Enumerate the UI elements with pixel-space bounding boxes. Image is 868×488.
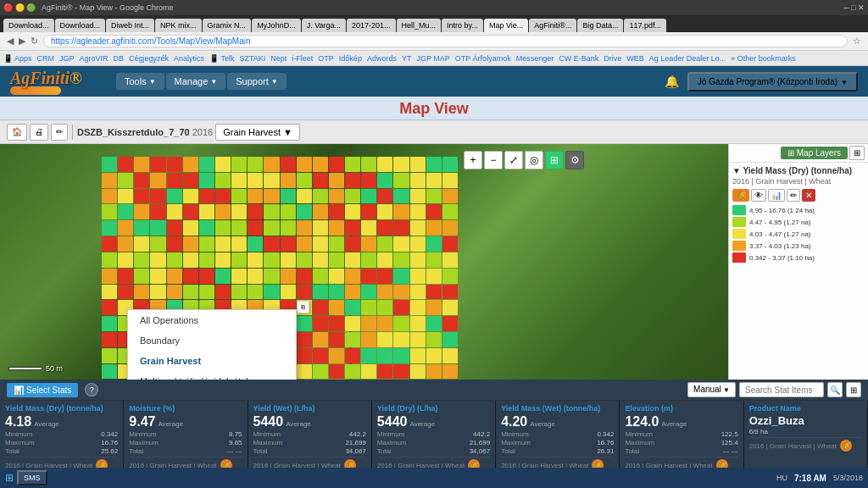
taskbar-sms[interactable]: SMS: [17, 470, 47, 485]
bookmark-cwbank[interactable]: CW E-Bank: [559, 54, 598, 63]
toolbar-edit-btn[interactable]: ✏: [51, 124, 68, 141]
bookmark-otp[interactable]: OTP: [318, 54, 334, 63]
toolbar-home-btn[interactable]: 🏠: [7, 124, 27, 141]
tab-10[interactable]: Intro by...: [442, 19, 483, 32]
dropdown-item-all-ops[interactable]: All Operations: [128, 310, 296, 330]
dropdown-item-multispectral[interactable]: Multispektrális légi felvétel: [128, 371, 296, 380]
bookmark-adwords[interactable]: Adwords: [367, 54, 397, 63]
bookmark-jgpmap[interactable]: JGP MAP: [416, 54, 449, 63]
bookmark-nept[interactable]: Nept: [270, 54, 287, 63]
stats-info-btn[interactable]: ?: [85, 383, 98, 396]
bookmark-jgp[interactable]: JGP: [59, 54, 75, 63]
nav-refresh[interactable]: ↻: [31, 36, 38, 47]
app-nav: AgFiniti® Tools Manage Support 🔔 Jó Gazd…: [0, 66, 868, 97]
bookmark-crm[interactable]: CRM: [37, 54, 55, 63]
tab-8[interactable]: 2017-201...: [347, 19, 396, 32]
tab-agfiniti[interactable]: AgFiniti®...: [529, 19, 576, 32]
url-bar[interactable]: https://agleader.agfiniti.com/Tools/MapV…: [43, 35, 848, 47]
tab-7[interactable]: J. Varga...: [302, 19, 346, 32]
bookmark-drive[interactable]: Drive: [604, 54, 621, 63]
bookmark-sztaki[interactable]: SZTAKI: [239, 54, 265, 63]
tab-6[interactable]: MyJohnD...: [252, 19, 301, 32]
taskbar-date: 5/3/2018: [833, 474, 863, 482]
map-layers-toggle-btn[interactable]: ⊞: [545, 151, 564, 169]
bookmark-analytics[interactable]: Analytics: [174, 54, 204, 63]
stat-card-3-icon: 🌾: [344, 459, 356, 468]
legend-item-1: 4.95 - 16.76 (1.24 ha): [732, 205, 865, 215]
legend-eye-btn[interactable]: 👁: [751, 189, 766, 202]
map-fullscreen-btn[interactable]: ⤢: [504, 151, 523, 169]
window-controls[interactable]: ─ □ ✕: [843, 3, 865, 12]
bookmark-otp2[interactable]: OTP Árfolyamok: [455, 54, 511, 63]
taskbar-right: HU 7:18 AM 5/3/2018: [776, 474, 863, 483]
tab-2[interactable]: Download...: [55, 19, 106, 32]
stat-card-6-value: 124.0: [625, 414, 659, 430]
bookmark-star[interactable]: ☆: [853, 36, 861, 47]
dropdown-item-grain-harvest[interactable]: Grain Harvest: [128, 351, 296, 371]
support-menu-btn[interactable]: Support: [227, 73, 286, 90]
layer-dropdown-btn[interactable]: Grain Harvest ▼: [215, 124, 300, 141]
stat-card-6-footer: 2016 | Grain Harvest | Wheat 🌾: [625, 457, 737, 468]
search-stats-btn[interactable]: 🔍: [827, 382, 843, 397]
map-location-btn[interactable]: ◎: [525, 151, 543, 169]
stats-cards: Yield Mass (Dry) (tonne/ha) 4.18 Average…: [0, 400, 868, 468]
notification-bell-icon[interactable]: 🔔: [665, 75, 679, 88]
bookmark-idokep[interactable]: Időkép: [339, 54, 362, 63]
nav-back[interactable]: ◀: [7, 36, 14, 47]
bookmark-messenger[interactable]: Messenger: [516, 54, 554, 63]
tab-5[interactable]: Gramix N...: [203, 19, 252, 32]
bookmark-agrovir[interactable]: AgroVIR: [80, 54, 108, 63]
stat-card-yield-wet-lha: Yield (Wet) (L/ha) 5440 Average Minimum …: [248, 401, 372, 468]
map-zoom-out-btn[interactable]: −: [484, 151, 503, 169]
tab-pdf[interactable]: 117.pdf...: [624, 19, 666, 32]
tab-mapview[interactable]: Map Vie...: [484, 19, 528, 32]
stat-card-3-label: Average: [286, 420, 311, 428]
map-marker: B: [297, 301, 309, 313]
tools-menu-btn[interactable]: Tools: [116, 73, 164, 90]
bookmark-db[interactable]: DB: [114, 54, 125, 63]
toolbar-print-btn[interactable]: 🖨: [30, 124, 48, 141]
legend-close-btn[interactable]: ✕: [802, 189, 815, 202]
tab-3[interactable]: Diweb Int...: [106, 19, 154, 32]
bookmark-apps[interactable]: 📱 Apps: [3, 54, 32, 63]
stat-card-moisture: Moisture (%) 9.47 Average Minimum 8.75 M…: [124, 401, 248, 468]
bookmark-web[interactable]: WEB: [626, 54, 644, 63]
legend-chart-btn[interactable]: 📊: [768, 189, 785, 202]
stat-card-3-title: Yield (Wet) (L/ha): [253, 404, 366, 413]
user-menu-btn[interactable]: Jó Gazda Program® (Központi Iroda): [687, 72, 858, 92]
layer-dropdown-label: Grain Harvest: [223, 127, 281, 137]
title-bar-text: 🔴 🟡 🟢 AgFiniti® - Map View - Google Chro…: [3, 3, 174, 12]
app-container: AgFiniti® Tools Manage Support 🔔 Jó Gazd…: [0, 66, 868, 488]
tab-bigdata[interactable]: Big Data...: [577, 19, 623, 32]
legend-wheat-icon[interactable]: 🌾: [732, 189, 749, 202]
tab-4[interactable]: NPK mix...: [155, 19, 202, 32]
address-bar[interactable]: ◀ ▶ ↻ https://agleader.agfiniti.com/Tool…: [0, 32, 868, 51]
bookmark-ifleet[interactable]: i-Fleet: [292, 54, 313, 63]
layer-dropdown-menu[interactable]: All Operations Boundary Grain Harvest Mu…: [127, 309, 297, 380]
manual-dropdown-btn[interactable]: Manual: [687, 382, 736, 397]
manage-menu-btn[interactable]: Manage: [166, 73, 226, 90]
legend-edit-btn[interactable]: ✏: [787, 189, 800, 202]
map-settings-btn[interactable]: ⚙: [565, 151, 584, 169]
nav-menu: Tools Manage Support: [116, 73, 287, 90]
panel-grid-btn[interactable]: ⊞: [849, 146, 865, 160]
tab-9[interactable]: Hell_Mu...: [397, 19, 442, 32]
dropdown-item-boundary[interactable]: Boundary: [128, 330, 296, 351]
bookmark-agleader[interactable]: Ag Leader Dealer Lo...: [649, 54, 726, 63]
bookmark-ceg[interactable]: Cégjegyzék: [129, 54, 169, 63]
map-layers-btn[interactable]: ⊞ Map Layers: [781, 147, 848, 159]
tab-1[interactable]: Download...: [3, 19, 54, 32]
stat-card-1-min-row: Minimum 0.342: [5, 430, 118, 438]
map-zoom-in-btn[interactable]: +: [464, 151, 482, 169]
taskbar-windows-btn[interactable]: ⊞: [5, 472, 14, 484]
bookmark-yt[interactable]: YT: [402, 54, 412, 63]
nav-forward[interactable]: ▶: [19, 36, 25, 47]
select-stats-btn[interactable]: 📊 Select Stats: [7, 383, 78, 397]
bookmark-other[interactable]: » Other bookmarks: [731, 54, 796, 63]
bookmark-telk[interactable]: 📱 Telk: [209, 54, 234, 63]
stats-grid-btn[interactable]: ⊞: [846, 382, 861, 397]
map-toolbar: 🏠 🖨 ✏ DSZB_Kisszretdulo_7_70 2016 Grain …: [0, 120, 868, 144]
map-area[interactable]: All Operations Boundary Grain Harvest Mu…: [0, 144, 728, 380]
search-stats-input[interactable]: [739, 382, 824, 397]
stat-card-6-icon: 🌾: [716, 459, 728, 468]
